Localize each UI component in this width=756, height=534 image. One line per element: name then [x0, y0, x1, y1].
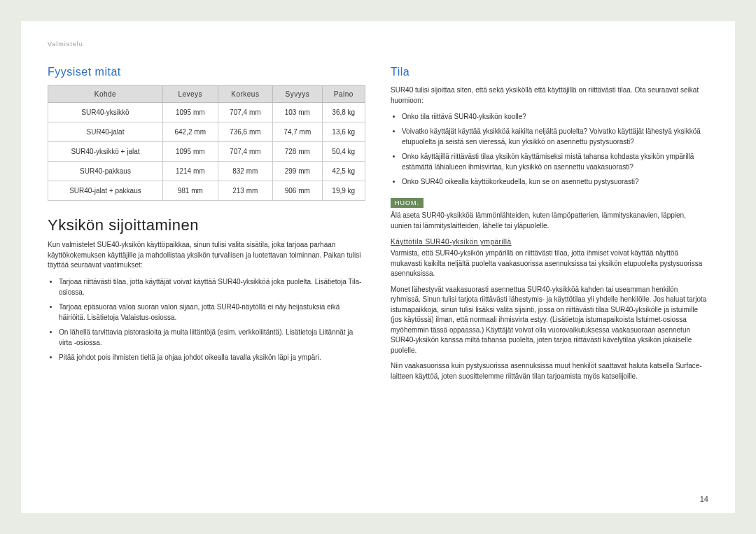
th-kohde: Kohde — [48, 86, 163, 103]
th-syvyys: Syvyys — [273, 86, 322, 103]
page-number: 14 — [700, 495, 708, 503]
left-column: Fyysiset mitat Kohde Leveys Korkeus Syvy… — [48, 66, 365, 387]
list-item: Pitää johdot pois ihmisten tieltä ja ohj… — [59, 352, 365, 363]
th-paino: Paino — [322, 86, 365, 103]
right-column: Tila SUR40 tulisi sijoittaa siten, että … — [391, 66, 708, 387]
note-badge: HUOM. — [391, 198, 424, 208]
table-row: SUR40-pakkaus 1214 mm 832 mm 299 mm 42,5… — [48, 162, 365, 181]
list-item: On lähellä tarvittavia pistorasioita ja … — [59, 327, 365, 348]
list-item: Voivatko käyttäjät käyttää yksikköä kaik… — [402, 126, 708, 147]
usage-space-p3: Niin vaakasuorissa kuin pystysuorissa as… — [391, 361, 708, 381]
list-item: Tarjoaa epäsuoraa valoa suoran valon sij… — [59, 302, 365, 323]
usage-space-subheading: Käyttötila SUR40-yksikön ympärillä — [391, 238, 708, 246]
table-row: SUR40-jalat 642,2 mm 736,6 mm 74,7 mm 13… — [48, 122, 365, 142]
two-column-layout: Fyysiset mitat Kohde Leveys Korkeus Syvy… — [48, 66, 708, 387]
placement-requirements-list: Tarjoaa riittävästi tilaa, jotta käyttäj… — [48, 276, 365, 363]
usage-space-p2: Monet lähestyvät vaakasuorasti asennettu… — [391, 285, 708, 356]
space-heading: Tila — [391, 66, 708, 78]
space-considerations-list: Onko tila riittävä SUR40-yksikön koolle?… — [391, 111, 708, 187]
table-row: SUR40-yksikkö 1095 mm 707,4 mm 103 mm 36… — [48, 103, 365, 122]
unit-placement-heading: Yksikön sijoittaminen — [48, 216, 365, 234]
note-text: Älä aseta SUR40-yksikköä lämmönlähteiden… — [391, 211, 708, 231]
section-header: Valmistelu — [48, 41, 708, 48]
th-korkeus: Korkeus — [218, 86, 273, 103]
page: Valmistelu Fyysiset mitat Kohde Leveys K… — [21, 21, 735, 513]
list-item: Tarjoaa riittävästi tilaa, jotta käyttäj… — [59, 276, 365, 297]
dimensions-table: Kohde Leveys Korkeus Syvyys Paino SUR40-… — [48, 85, 365, 201]
list-item: Onko SUR40 oikealla käyttökorkeudella, k… — [402, 176, 708, 187]
list-item: Onko käyttäjillä riittävästi tilaa yksik… — [402, 151, 708, 172]
table-row: SUR40-yksikkö + jalat 1095 mm 707,4 mm 7… — [48, 142, 365, 162]
usage-space-p1: Varmista, että SUR40-yksikön ympärillä o… — [391, 248, 708, 279]
table-row: SUR40-jalat + pakkaus 981 mm 213 mm 906 … — [48, 181, 365, 201]
physical-dimensions-heading: Fyysiset mitat — [48, 66, 365, 78]
placement-intro: Kun valmistelet SUE40-yksikön käyttöpaik… — [48, 240, 365, 271]
space-intro: SUR40 tulisi sijoittaa siten, että sekä … — [391, 85, 708, 106]
table-header-row: Kohde Leveys Korkeus Syvyys Paino — [48, 86, 365, 103]
list-item: Onko tila riittävä SUR40-yksikön koolle? — [402, 111, 708, 122]
th-leveys: Leveys — [162, 86, 218, 103]
